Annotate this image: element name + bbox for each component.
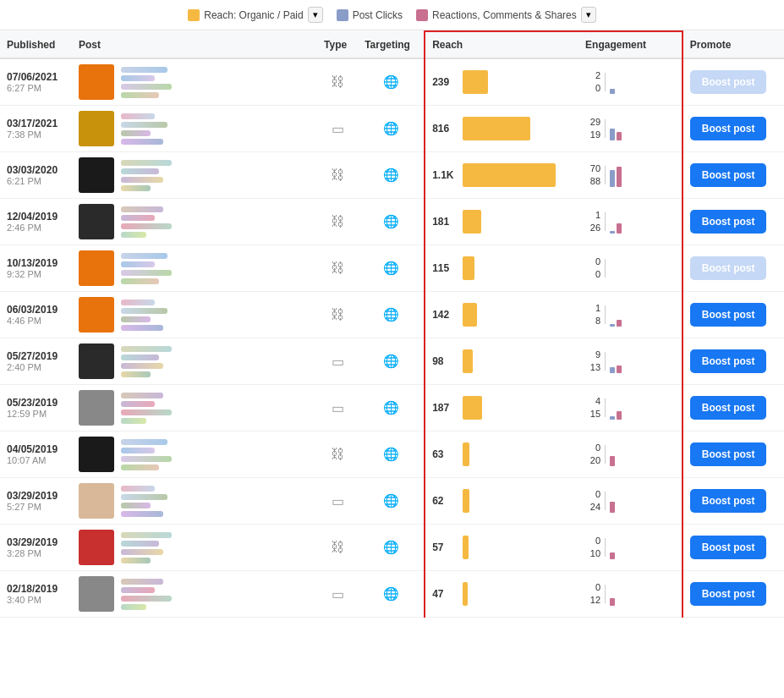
cell-reach: 187 xyxy=(425,385,578,431)
engagement-numbers: 29 19 xyxy=(585,116,600,142)
engagement-numbers: 0 12 xyxy=(585,581,600,607)
reactions-bar xyxy=(617,365,622,373)
reactions-bar xyxy=(617,320,622,327)
post-line-4 xyxy=(121,185,151,191)
cell-engagement: 0 0 xyxy=(578,245,683,292)
post-text xyxy=(121,393,172,424)
boost-post-button[interactable]: Boost post xyxy=(690,163,767,187)
cell-promote: Boost post xyxy=(683,385,784,431)
post-line-1 xyxy=(121,579,163,585)
post-line-1 xyxy=(121,393,163,398)
reactions-bar xyxy=(610,598,615,606)
cell-promote: Boost post xyxy=(683,199,784,245)
post-cell xyxy=(79,250,310,286)
boost-post-button[interactable]: Boost post xyxy=(690,256,767,280)
post-thumbnail xyxy=(79,111,114,146)
link-icon: ⛓ xyxy=(331,540,344,554)
engagement-bars xyxy=(610,536,615,559)
cell-post xyxy=(72,431,317,478)
post-text xyxy=(121,346,172,377)
post-line-4 xyxy=(121,371,151,377)
cell-post xyxy=(72,571,317,618)
cell-reach: 239 xyxy=(425,58,578,106)
post-line-1 xyxy=(121,346,172,352)
col-targeting: Targeting xyxy=(358,31,425,58)
globe-icon: 🌐 xyxy=(383,586,399,601)
table-row: 03/17/20217:38 PM ▭🌐 816 29 19 Boost pos… xyxy=(0,106,784,152)
post-clicks-bar xyxy=(610,367,615,373)
post-cell xyxy=(79,111,310,146)
engagement-bars xyxy=(610,489,615,513)
reactions-dropdown[interactable]: ▾ xyxy=(581,7,596,23)
post-line-3 xyxy=(121,596,172,602)
post-line-3 xyxy=(121,177,163,183)
engagement-bar-divider xyxy=(605,352,606,371)
legend-post-clicks: Post Clicks xyxy=(337,9,403,21)
reach-value: 181 xyxy=(432,216,458,228)
eng-value-2: 24 xyxy=(590,501,600,514)
cell-reach: 62 xyxy=(425,478,578,525)
col-type: Type xyxy=(317,31,358,58)
boost-post-button[interactable]: Boost post xyxy=(690,442,767,466)
engagement-bars xyxy=(610,303,622,327)
cell-type: ▭ xyxy=(317,571,358,618)
cell-engagement: 2 0 xyxy=(578,58,683,106)
engagement-bars xyxy=(610,70,615,94)
cell-engagement: 70 88 xyxy=(578,152,683,199)
engagement-bar-divider xyxy=(605,492,606,510)
post-line-1 xyxy=(121,206,163,212)
engagement-numbers: 1 8 xyxy=(585,302,600,328)
reach-dropdown[interactable]: ▾ xyxy=(308,7,323,23)
post-thumbnail xyxy=(79,64,114,100)
boost-post-button[interactable]: Boost post xyxy=(690,117,767,140)
post-thumbnail xyxy=(79,204,114,239)
cell-reach: 181 xyxy=(425,199,578,245)
reach-value: 115 xyxy=(432,262,458,274)
eng-value-1: 1 xyxy=(595,302,600,315)
boost-post-button[interactable]: Boost post xyxy=(690,70,767,94)
cell-targeting: 🌐 xyxy=(358,571,425,618)
engagement-bar-divider xyxy=(605,585,606,603)
post-line-4 xyxy=(121,418,146,424)
globe-icon: 🌐 xyxy=(383,74,399,89)
post-line-4 xyxy=(121,92,159,98)
boost-post-button[interactable]: Boost post xyxy=(690,489,767,513)
reach-bar xyxy=(463,70,488,94)
boost-post-button[interactable]: Boost post xyxy=(690,582,767,606)
post-time: 7:38 PM xyxy=(7,129,65,140)
post-line-2 xyxy=(121,168,159,174)
reach-value: 816 xyxy=(432,123,458,135)
reach-value: 47 xyxy=(432,588,458,600)
cell-post xyxy=(72,106,317,152)
post-clicks-swatch xyxy=(337,9,348,21)
table-row: 03/03/20206:21 PM ⛓🌐 1.1K 70 88 Boost po… xyxy=(0,152,784,199)
col-promote: Promote xyxy=(683,31,784,58)
boost-post-button[interactable]: Boost post xyxy=(690,536,767,559)
eng-value-2: 88 xyxy=(590,175,600,188)
boost-post-button[interactable]: Boost post xyxy=(690,210,767,234)
boost-post-button[interactable]: Boost post xyxy=(690,349,767,373)
cell-type: ▭ xyxy=(317,385,358,431)
engagement-bar-divider xyxy=(605,259,606,278)
post-line-3 xyxy=(121,223,172,229)
post-line-3 xyxy=(121,409,172,415)
reach-value: 57 xyxy=(432,541,458,553)
globe-icon: 🌐 xyxy=(383,540,399,554)
post-line-1 xyxy=(121,439,167,445)
reach-swatch xyxy=(188,9,200,21)
eng-value-2: 26 xyxy=(590,222,600,234)
post-text xyxy=(121,67,172,98)
boost-post-button[interactable]: Boost post xyxy=(690,303,767,327)
post-line-2 xyxy=(121,401,155,407)
post-text xyxy=(121,206,172,238)
engagement-bar-divider xyxy=(605,73,606,91)
cell-promote: Boost post xyxy=(683,152,784,199)
post-text xyxy=(121,113,167,145)
cell-targeting: 🌐 xyxy=(358,292,425,338)
globe-icon: 🌐 xyxy=(383,307,399,322)
table-row: 12/04/20192:46 PM ⛓🌐 181 1 26 Boost post xyxy=(0,199,784,245)
cell-targeting: 🌐 xyxy=(358,106,425,152)
post-cell xyxy=(79,157,310,193)
post-line-3 xyxy=(121,84,172,90)
boost-post-button[interactable]: Boost post xyxy=(690,396,767,420)
